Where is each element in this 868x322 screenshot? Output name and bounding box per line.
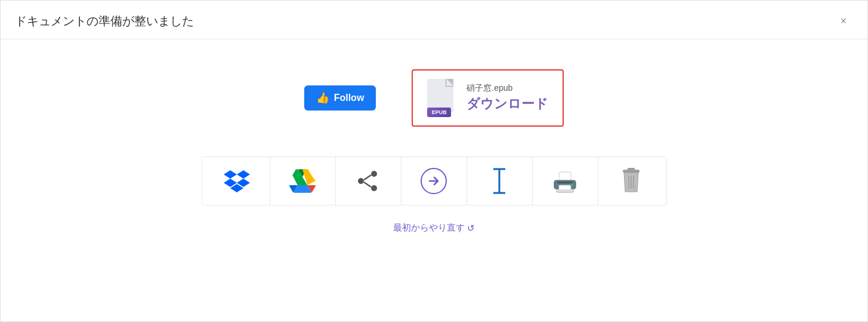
reset-label: 最初からやり直す xyxy=(393,222,465,234)
share-button[interactable] xyxy=(336,157,401,205)
gdrive-icon xyxy=(289,169,316,193)
trash-icon xyxy=(620,167,642,195)
svg-rect-13 xyxy=(557,182,573,183)
text-cursor-button[interactable] xyxy=(467,157,533,205)
follow-button[interactable]: 👍 Follow xyxy=(304,85,376,111)
action-icons-row xyxy=(202,157,667,206)
reset-icon: ↺ xyxy=(467,223,475,234)
svg-rect-15 xyxy=(628,168,635,170)
arrow-circle-icon xyxy=(421,168,447,194)
dialog-body: 👍 Follow EPUB 硝子窓.epub ダウンロード xyxy=(1,39,867,252)
print-button[interactable] xyxy=(533,157,598,205)
dialog: ドキュメントの準備が整いました × 👍 Follow EPUB 硝子窓.epub… xyxy=(0,0,868,322)
svg-point-1 xyxy=(358,178,364,184)
svg-point-12 xyxy=(570,183,573,186)
thumb-icon: 👍 xyxy=(316,91,329,105)
close-button[interactable]: × xyxy=(834,11,853,30)
svg-line-3 xyxy=(364,175,371,180)
send-button[interactable] xyxy=(401,157,467,205)
svg-rect-11 xyxy=(559,185,571,190)
dropbox-icon xyxy=(224,169,250,193)
dropbox-button[interactable] xyxy=(205,157,270,205)
reset-link[interactable]: 最初からやり直す ↺ xyxy=(393,222,475,234)
gdrive-button[interactable] xyxy=(270,157,336,205)
text-cursor-icon xyxy=(489,168,510,194)
epub-file-icon: EPUB xyxy=(427,79,458,117)
printer-icon xyxy=(551,167,579,195)
filename: 硝子窓.epub xyxy=(467,83,548,94)
download-box[interactable]: EPUB 硝子窓.epub ダウンロード xyxy=(412,69,564,127)
svg-point-0 xyxy=(371,171,377,177)
main-content-row: 👍 Follow EPUB 硝子窓.epub ダウンロード xyxy=(24,57,844,139)
dialog-header: ドキュメントの準備が整いました × xyxy=(1,1,867,39)
follow-label: Follow xyxy=(334,93,365,103)
epub-badge: EPUB xyxy=(427,108,451,117)
svg-line-4 xyxy=(364,182,371,187)
download-text: 硝子窓.epub ダウンロード xyxy=(467,83,548,113)
svg-point-2 xyxy=(371,185,377,191)
share-icon xyxy=(356,169,380,193)
download-label: ダウンロード xyxy=(467,95,548,113)
delete-button[interactable] xyxy=(598,157,664,205)
dialog-title: ドキュメントの準備が整いました xyxy=(15,13,194,29)
